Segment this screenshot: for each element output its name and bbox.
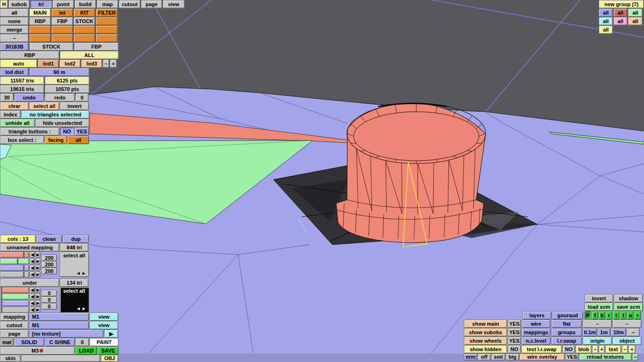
field-mapping-name[interactable]: unnamed mapping	[0, 243, 59, 252]
field-page-texture[interactable]: [no texture]	[29, 329, 104, 338]
slider2-blue-handle[interactable]	[1, 301, 2, 306]
field-cutout-slot[interactable]: M1	[29, 321, 89, 329]
btn-lod-plus[interactable]: +	[110, 59, 117, 68]
btn-select-all-mapping2-arrows[interactable]: ◄►	[76, 306, 87, 311]
btn-nrm-big[interactable]: big	[506, 354, 519, 361]
slider-alpha-inc[interactable]: ►	[35, 272, 41, 278]
slider-red[interactable]	[0, 252, 29, 258]
value-lod-dist[interactable]: 60 m	[29, 68, 90, 76]
btn-save-scm[interactable]: save scm	[614, 303, 643, 311]
slider2-blue-inc[interactable]: ►	[35, 300, 41, 306]
tab-build[interactable]: build	[74, 0, 96, 8]
btn-main[interactable]: MAIN	[29, 8, 51, 17]
btn-lrswap[interactable]: l.r.swap	[551, 337, 582, 345]
btn-view-cutout[interactable]: view	[90, 321, 118, 329]
btn-select-all-mapping2[interactable]: select all◄►	[60, 287, 89, 313]
value-blue[interactable]: 200	[41, 268, 57, 274]
slider-green[interactable]	[0, 258, 29, 264]
slider2-red-inc[interactable]: ►	[35, 287, 41, 293]
btn-nrm[interactable]: nrm	[464, 354, 477, 361]
btn-box-all[interactable]: all	[67, 136, 89, 144]
btn-lod2[interactable]: lod2	[59, 59, 81, 68]
btn-filter[interactable]: FILTER	[96, 8, 118, 17]
btn-view-t[interactable]: t	[620, 311, 627, 320]
btn-group3-all[interactable]: all	[628, 8, 643, 17]
slider2-red-dec[interactable]: ◄	[30, 287, 35, 293]
btn-int[interactable]: int	[51, 8, 73, 17]
btn-fbp[interactable]: FBP	[51, 17, 73, 25]
btn-kit[interactable]: KIT	[74, 8, 95, 17]
slider-red-inc[interactable]: ►	[35, 252, 41, 258]
btn-rbp-wide[interactable]: RBP	[0, 51, 59, 59]
btn-select-all[interactable]: select all	[29, 102, 59, 110]
toggle-test-lrswap[interactable]: NO	[562, 345, 575, 354]
btn-group2-all[interactable]: all	[613, 8, 627, 17]
btn-shadow[interactable]: shadow	[614, 294, 643, 303]
slider2-green-dec[interactable]: ◄	[30, 294, 35, 300]
btn-view-dot[interactable]: •	[634, 311, 641, 320]
btn-skin[interactable]: skin	[0, 355, 21, 362]
slider2-green-handle[interactable]	[1, 294, 2, 299]
btn-clear[interactable]: clear	[0, 102, 29, 110]
btn-dash-right[interactable]: –	[612, 320, 642, 328]
slider-red-dec[interactable]: ◄	[30, 252, 35, 258]
btn-hide-unselected[interactable]: hide unselected	[35, 119, 90, 127]
btn-merge[interactable]: merge	[0, 25, 29, 34]
btn-object[interactable]: object	[612, 337, 642, 345]
toggle-show-subobs[interactable]: YES	[508, 328, 521, 337]
btn-grid-10m[interactable]: 10m	[611, 328, 626, 337]
btn-grid-01m[interactable]: 0.1m	[583, 328, 597, 337]
slider2-alpha-handle[interactable]	[1, 307, 2, 313]
btn-group7-all[interactable]: all	[599, 25, 613, 34]
btn-obj[interactable]: OBJ	[101, 355, 118, 362]
btn-view-p[interactable]: P	[585, 311, 591, 320]
value-red[interactable]: 200	[41, 255, 57, 261]
btn-lod3[interactable]: lod3	[81, 59, 102, 68]
btn-nrm-sml[interactable]: sml	[491, 354, 505, 361]
tab-cutout[interactable]: cutout	[119, 0, 140, 8]
tab-map[interactable]: map	[97, 0, 118, 8]
btn-view-b[interactable]: b	[599, 311, 605, 320]
toggle-show-main[interactable]: YES	[508, 320, 521, 328]
slider2-green[interactable]	[0, 294, 29, 300]
btn-gouraud[interactable]: gouraud	[552, 311, 583, 320]
slider-blue-inc[interactable]: ►	[35, 265, 41, 271]
btn-rbp[interactable]: RBP	[29, 17, 51, 25]
btn-lod1[interactable]: lod1	[38, 59, 59, 68]
btn-view-r[interactable]: r	[606, 311, 612, 320]
slider-green-inc[interactable]: ►	[35, 258, 41, 264]
btn-reload-dash[interactable]: –	[632, 354, 638, 361]
slider-blue[interactable]	[0, 265, 29, 271]
btn-index[interactable]: index	[0, 110, 21, 119]
btn-dup[interactable]: dup	[63, 235, 89, 243]
btn-view-l[interactable]: l	[613, 311, 619, 320]
btn-nclevel[interactable]: n.c.level	[521, 337, 551, 345]
field-mapping2-name[interactable]: under	[0, 279, 59, 287]
btn-grid-dash[interactable]: –	[627, 328, 640, 337]
btn-material-m3[interactable]: M3✱	[0, 346, 75, 355]
btn-nrm-off[interactable]: off	[478, 354, 491, 361]
slider-green-handle[interactable]	[17, 259, 18, 264]
btn-tribtn-yes[interactable]: YES	[74, 127, 89, 136]
btn-tribtn-no[interactable]: NO	[60, 127, 74, 136]
btn-groups[interactable]: groups	[551, 328, 582, 337]
btn-all-wide[interactable]: ALL	[60, 51, 119, 59]
btn-cols-count[interactable]: cols : 13	[0, 235, 36, 243]
slider-alpha-dec[interactable]: ◄	[30, 272, 35, 278]
slider-green-dec[interactable]: ◄	[30, 258, 35, 264]
btn-grid-1m[interactable]: 1m	[597, 328, 611, 337]
tab-page[interactable]: page	[141, 0, 162, 8]
slider2-red[interactable]	[0, 287, 29, 293]
btn-mat-cshine[interactable]: C SHINE	[45, 338, 75, 346]
btn-test-lrswap[interactable]: test l.r.swap	[521, 345, 562, 354]
btn-reload-textures[interactable]: reload textures	[579, 354, 632, 361]
btn-box-facing[interactable]: facing	[45, 136, 67, 144]
btn-group1-all[interactable]: all	[599, 8, 613, 17]
btn-wire[interactable]: wire	[521, 320, 551, 328]
btn-show-hidden[interactable]: show hidden	[464, 345, 507, 354]
slider2-green-inc[interactable]: ►	[35, 294, 41, 300]
btn-all[interactable]: all	[0, 8, 29, 17]
slider2-red-handle[interactable]	[1, 288, 2, 293]
btn-group4-all[interactable]: all	[599, 17, 613, 25]
tab-h[interactable]: H	[0, 0, 8, 8]
